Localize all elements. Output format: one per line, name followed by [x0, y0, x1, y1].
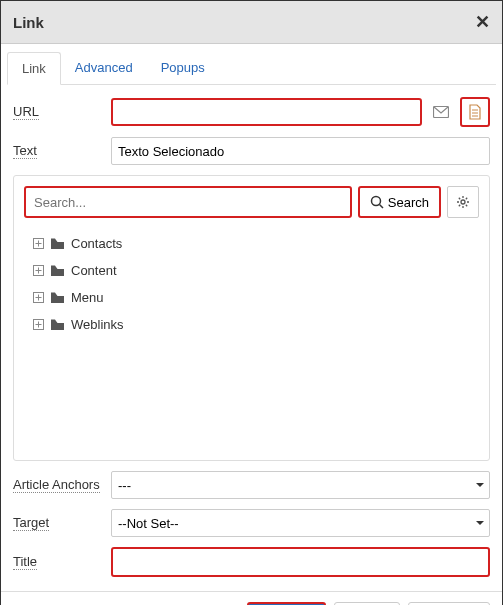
- title-input[interactable]: [111, 547, 490, 577]
- title-label: Title: [13, 554, 37, 570]
- link-dialog: Link ✕ Link Advanced Popups URL Text: [0, 0, 503, 605]
- expand-icon[interactable]: [32, 319, 44, 331]
- target-label: Target: [13, 515, 49, 531]
- expand-icon[interactable]: [32, 292, 44, 304]
- close-button[interactable]: ✕: [475, 11, 490, 33]
- dialog-footer: Insert ? Help ✕ Cancel: [1, 591, 502, 605]
- email-button[interactable]: [426, 97, 456, 127]
- anchors-row: Article Anchors ---: [7, 471, 496, 499]
- expand-icon[interactable]: [32, 265, 44, 277]
- gear-icon: [456, 195, 470, 209]
- tree: Contacts Content Menu Weblinks: [24, 230, 479, 450]
- target-select-wrap: --Not Set--: [111, 509, 490, 537]
- tab-advanced[interactable]: Advanced: [61, 52, 147, 84]
- link-browser: Search Contacts Content: [13, 175, 490, 461]
- browse-button[interactable]: [460, 97, 490, 127]
- tree-item-menu[interactable]: Menu: [24, 284, 479, 311]
- tree-item-label: Menu: [71, 290, 104, 305]
- svg-line-5: [379, 205, 383, 209]
- tree-item-content[interactable]: Content: [24, 257, 479, 284]
- tree-item-contacts[interactable]: Contacts: [24, 230, 479, 257]
- search-button-label: Search: [388, 195, 429, 210]
- envelope-icon: [433, 105, 449, 119]
- url-row: URL: [7, 97, 496, 127]
- folder-icon: [50, 237, 65, 250]
- search-input[interactable]: [24, 186, 352, 218]
- title-row: Title: [7, 547, 496, 577]
- target-select[interactable]: --Not Set--: [111, 509, 490, 537]
- text-input[interactable]: [111, 137, 490, 165]
- search-button[interactable]: Search: [358, 186, 441, 218]
- search-row: Search: [24, 186, 479, 218]
- target-row: Target --Not Set--: [7, 509, 496, 537]
- folder-icon: [50, 291, 65, 304]
- tab-bar: Link Advanced Popups: [7, 52, 496, 85]
- tree-item-weblinks[interactable]: Weblinks: [24, 311, 479, 338]
- search-icon: [370, 195, 384, 209]
- close-icon: ✕: [475, 12, 490, 32]
- anchors-select[interactable]: ---: [111, 471, 490, 499]
- anchors-label: Article Anchors: [13, 477, 100, 493]
- dialog-header: Link ✕: [1, 1, 502, 44]
- folder-icon: [50, 318, 65, 331]
- tree-item-label: Weblinks: [71, 317, 124, 332]
- tab-link[interactable]: Link: [7, 52, 61, 85]
- tree-item-label: Content: [71, 263, 117, 278]
- svg-point-4: [371, 197, 380, 206]
- document-icon: [468, 104, 482, 120]
- url-label: URL: [13, 104, 39, 120]
- anchors-select-wrap: ---: [111, 471, 490, 499]
- url-input[interactable]: [111, 98, 422, 126]
- text-row: Text: [7, 137, 496, 165]
- settings-button[interactable]: [447, 186, 479, 218]
- folder-icon: [50, 264, 65, 277]
- svg-point-6: [461, 200, 465, 204]
- dialog-body: Link Advanced Popups URL Text Search: [1, 44, 502, 591]
- text-label: Text: [13, 143, 37, 159]
- tab-popups[interactable]: Popups: [147, 52, 219, 84]
- tree-item-label: Contacts: [71, 236, 122, 251]
- expand-icon[interactable]: [32, 238, 44, 250]
- dialog-title: Link: [13, 14, 44, 31]
